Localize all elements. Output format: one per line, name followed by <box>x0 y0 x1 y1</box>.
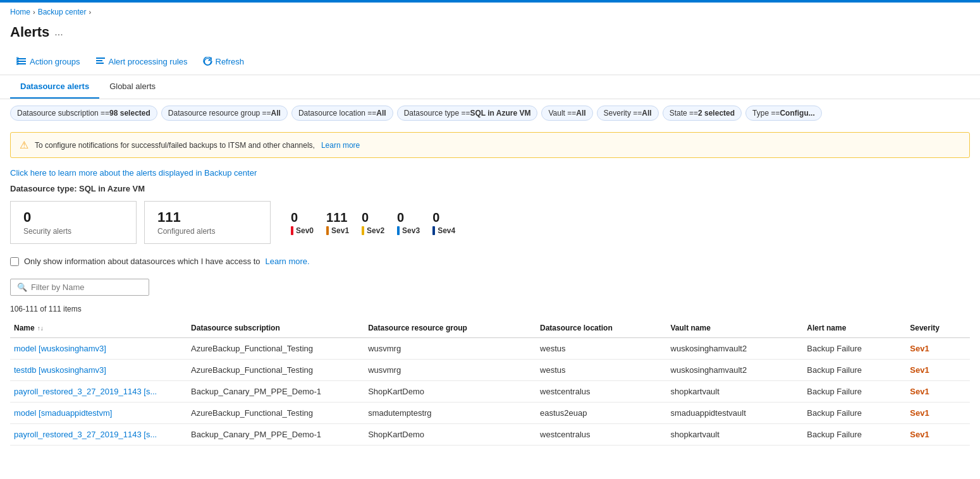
warning-banner: ⚠ To configure notifications for success… <box>10 132 970 158</box>
datasource-access-row: Only show information about datasources … <box>0 252 980 276</box>
table-cell-name[interactable]: model [wuskosinghamv3] <box>10 338 187 360</box>
sev-item-sev1: 111 Sev1 <box>326 210 349 235</box>
filter-pill[interactable]: Vault == All <box>541 106 592 121</box>
sev-item-sev2: 0 Sev2 <box>362 210 384 235</box>
col-header-subscription: Datasource subscription <box>187 318 364 338</box>
learn-more-alerts-link[interactable]: Click here to learn more about the alert… <box>10 168 257 178</box>
sev1-value: 111 <box>326 210 347 225</box>
table-row: model [smaduappidtestvm]AzureBackup_Func… <box>10 403 970 424</box>
sev-item-sev4: 0 Sev4 <box>432 210 455 235</box>
datasource-access-checkbox[interactable] <box>10 257 19 266</box>
table-cell-name[interactable]: payroll_restored_3_27_2019_1143 [s... <box>10 424 187 446</box>
page-title: Alerts <box>10 24 49 40</box>
toolbar: Action groups Alert processing rules Ref… <box>0 48 980 75</box>
action-groups-icon <box>16 56 27 66</box>
tab-datasource-alerts[interactable]: Datasource alerts <box>10 75 99 99</box>
refresh-button[interactable]: Refresh <box>197 54 251 70</box>
table-cell-severity: Sev1 <box>906 360 970 381</box>
filter-pill[interactable]: Severity == All <box>597 106 659 121</box>
table-row: testdb [wuskosinghamv3]AzureBackup_Funct… <box>10 360 970 381</box>
search-row: 🔍 <box>0 276 980 302</box>
items-count: 106-111 of 111 items <box>0 302 980 318</box>
filter-pill[interactable]: Datasource resource group == All <box>161 106 288 121</box>
configured-alerts-label: Configured alerts <box>157 227 257 236</box>
table-cell-location: westcentralus <box>536 381 666 403</box>
sev0-value: 0 <box>291 210 298 225</box>
search-input[interactable] <box>31 282 142 292</box>
filter-pill[interactable]: State == 2 selected <box>663 106 742 121</box>
col-header-name[interactable]: Name↑↓ <box>10 318 187 338</box>
col-header-vault_name: Vault name <box>667 318 804 338</box>
warning-learn-more-link[interactable]: Learn more <box>321 141 360 150</box>
breadcrumb-backup-center[interactable]: Backup center <box>38 8 87 16</box>
breadcrumb-home[interactable]: Home <box>10 8 30 16</box>
table-cell-severity: Sev1 <box>906 424 970 446</box>
table-row: payroll_restored_3_27_2019_1143 [s...Bac… <box>10 381 970 403</box>
more-options-icon[interactable]: ... <box>54 27 63 38</box>
filter-pill[interactable]: Datasource subscription == 98 selected <box>10 106 157 121</box>
svg-rect-1 <box>96 60 102 61</box>
tab-global-alerts[interactable]: Global alerts <box>99 75 166 99</box>
refresh-label: Refresh <box>216 57 245 66</box>
alerts-table: Name↑↓Datasource subscriptionDatasource … <box>10 318 970 446</box>
warning-message: To configure notifications for successfu… <box>35 141 315 150</box>
table-row: model [wuskosinghamv3]AzureBackup_Functi… <box>10 338 970 360</box>
table-cell-name[interactable]: payroll_restored_3_27_2019_1143 [s... <box>10 381 187 403</box>
table-cell-subscription: AzureBackup_Functional_Testing <box>187 403 364 424</box>
alert-processing-rules-button[interactable]: Alert processing rules <box>89 53 194 70</box>
table-cell-severity: Sev1 <box>906 381 970 403</box>
table-cell-resource_group: ShopKartDemo <box>364 424 536 446</box>
table-cell-alert_name: Backup Failure <box>803 338 906 360</box>
table-header: Name↑↓Datasource subscriptionDatasource … <box>10 318 970 338</box>
col-header-resource_group: Datasource resource group <box>364 318 536 338</box>
table-cell-name[interactable]: testdb [wuskosinghamv3] <box>10 360 187 381</box>
sev2-badge: Sev2 <box>362 226 384 235</box>
sev1-label: Sev1 <box>331 226 349 235</box>
sev-item-sev0: 0 Sev0 <box>291 210 314 235</box>
table-cell-location: westus <box>536 360 666 381</box>
table-cell-alert_name: Backup Failure <box>803 360 906 381</box>
search-icon: 🔍 <box>17 282 27 292</box>
table-cell-severity: Sev1 <box>906 338 970 360</box>
configured-alerts-card[interactable]: 111 Configured alerts <box>144 201 271 244</box>
table-cell-alert_name: Backup Failure <box>803 403 906 424</box>
svg-rect-2 <box>96 63 104 64</box>
sev3-badge: Sev3 <box>397 226 420 235</box>
action-groups-button[interactable]: Action groups <box>10 53 87 70</box>
col-header-severity: Severity <box>906 318 970 338</box>
datasource-access-learn-more[interactable]: Learn more. <box>266 257 310 266</box>
table-row: payroll_restored_3_27_2019_1143 [s...Bac… <box>10 424 970 446</box>
filter-pill[interactable]: Type == Configu... <box>745 106 822 121</box>
tabs-container: Datasource alerts Global alerts <box>0 75 980 99</box>
table-cell-name[interactable]: model [smaduappidtestvm] <box>10 403 187 424</box>
table-cell-vault_name: shopkartvault <box>667 381 804 403</box>
table-cell-location: westus <box>536 338 666 360</box>
sev-metrics: 0 Sev0 111 Sev1 0 Sev2 0 Sev3 0 Sev4 <box>291 210 455 235</box>
sev1-bar <box>326 226 329 235</box>
breadcrumb-chevron-1: › <box>33 8 35 16</box>
col-header-alert_name: Alert name <box>803 318 906 338</box>
sev4-badge: Sev4 <box>432 226 455 235</box>
table-container: Name↑↓Datasource subscriptionDatasource … <box>0 318 980 446</box>
sev3-label: Sev3 <box>402 226 420 235</box>
filter-pill[interactable]: Datasource type == SQL in Azure VM <box>397 106 538 121</box>
table-cell-location: eastus2euap <box>536 403 666 424</box>
action-groups-label: Action groups <box>30 57 80 66</box>
alert-processing-rules-icon <box>95 56 106 66</box>
alert-processing-rules-label: Alert processing rules <box>109 57 188 66</box>
filters-row: Datasource subscription == 98 selectedDa… <box>0 99 980 127</box>
table-cell-alert_name: Backup Failure <box>803 381 906 403</box>
table-cell-resource_group: wusvmrg <box>364 338 536 360</box>
sev0-bar <box>291 226 293 235</box>
breadcrumb-chevron-2: › <box>89 8 91 16</box>
filter-pill[interactable]: Datasource location == All <box>291 106 393 121</box>
sev4-value: 0 <box>432 210 439 225</box>
warning-icon: ⚠ <box>20 139 28 151</box>
table-cell-subscription: Backup_Canary_PM_PPE_Demo-1 <box>187 424 364 446</box>
refresh-icon <box>203 57 212 66</box>
table-cell-vault_name: wuskosinghamvault2 <box>667 338 804 360</box>
sev4-label: Sev4 <box>438 226 455 235</box>
table-cell-location: westcentralus <box>536 424 666 446</box>
sev2-value: 0 <box>362 210 369 225</box>
security-alerts-card[interactable]: 0 Security alerts <box>10 201 137 244</box>
